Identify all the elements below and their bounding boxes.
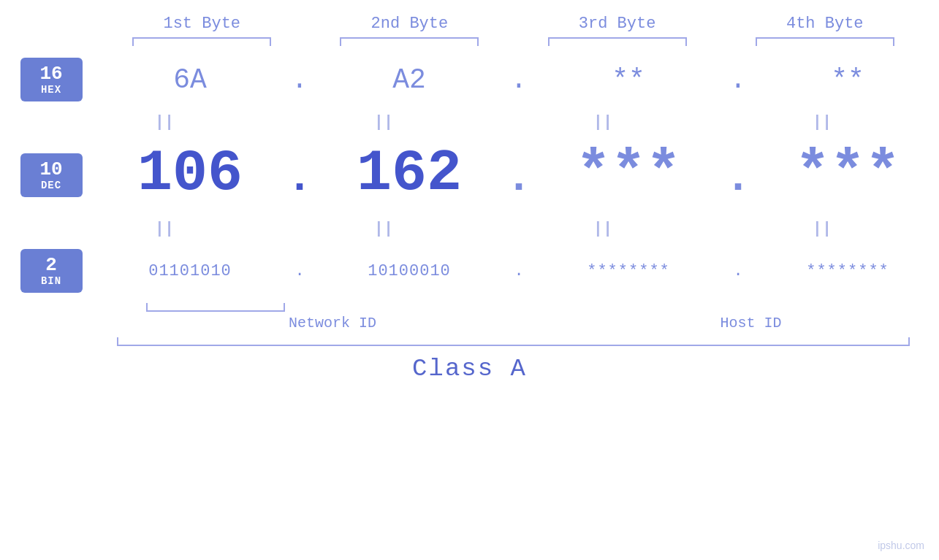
bottom-brackets <box>0 303 939 312</box>
hex-values: 6A . A2 . ** . ** <box>102 64 935 96</box>
eq-values-2: || || || || <box>77 220 910 238</box>
bin-values: 01101010 . 10100010 . ******** . *******… <box>102 262 935 280</box>
dec-dot-2: . <box>497 153 541 203</box>
bin-dot-1: . <box>278 262 322 280</box>
hex-dot-3: . <box>716 64 760 96</box>
byte-header-3: 3rd Byte <box>532 15 702 33</box>
eq-values-1: || || || || <box>77 113 910 131</box>
bin-dot-2: . <box>497 262 541 280</box>
hex-value-1: 6A <box>102 64 278 96</box>
byte-header-1: 1st Byte <box>117 15 287 33</box>
network-id-label: Network ID <box>117 315 548 331</box>
hex-value-2: A2 <box>322 64 497 96</box>
bin-value-1: 01101010 <box>102 262 278 280</box>
top-bracket-1 <box>117 37 287 46</box>
top-bracket-2 <box>324 37 495 46</box>
bin-base-number: 2 <box>29 255 74 276</box>
dec-value-1: 106 <box>102 145 278 203</box>
hex-dot-1: . <box>278 64 322 96</box>
byte-header-2: 2nd Byte <box>324 15 495 33</box>
id-labels: Network ID Host ID <box>0 315 939 331</box>
top-bracket-4 <box>740 37 911 46</box>
dec-badge: 10 DEC <box>20 153 83 198</box>
eq-cell-1: || <box>77 113 252 131</box>
watermark: ipshu.com <box>878 540 924 551</box>
top-bracket-line-4 <box>756 37 894 46</box>
outer-bracket <box>117 337 910 346</box>
dec-row: 10 DEC 106 . 162 . *** . *** <box>0 135 939 215</box>
hex-badge-wrapper: 16 HEX <box>0 58 102 102</box>
dec-values: 106 . 162 . *** . *** <box>102 145 935 206</box>
bin-value-4: ******** <box>760 262 935 280</box>
dec-value-4: *** <box>760 145 935 203</box>
eq-cell-2: || <box>296 113 471 131</box>
hex-value-4: ** <box>760 64 935 96</box>
class-label: Class A <box>412 355 527 383</box>
main-container: 1st Byte 2nd Byte 3rd Byte 4th Byte 16 H… <box>0 0 939 560</box>
hex-badge: 16 HEX <box>20 58 83 102</box>
host-bracket-area <box>599 303 910 312</box>
eq-cell-6: || <box>296 220 471 238</box>
dec-value-3: *** <box>541 145 716 203</box>
top-bracket-line-3 <box>548 37 687 46</box>
top-bracket-line-2 <box>340 37 479 46</box>
top-brackets <box>0 37 939 46</box>
bin-value-3: ******** <box>541 262 716 280</box>
hex-value-3: ** <box>541 64 716 96</box>
eq-cell-3: || <box>515 113 691 131</box>
top-bracket-3 <box>532 37 702 46</box>
eq-cell-5: || <box>77 220 252 238</box>
top-bracket-line-1 <box>132 37 271 46</box>
host-id-label: Host ID <box>592 315 910 331</box>
hex-dot-2: . <box>497 64 541 96</box>
bottom-bracket-line-1 <box>146 303 285 312</box>
equals-row-1: || || || || <box>0 109 939 135</box>
byte-headers: 1st Byte 2nd Byte 3rd Byte 4th Byte <box>0 15 939 33</box>
hex-base-number: 16 <box>29 64 74 85</box>
hex-base-label: HEX <box>29 84 74 96</box>
dec-value-2: 162 <box>322 145 497 203</box>
bin-badge: 2 BIN <box>20 249 83 294</box>
dec-badge-wrapper: 10 DEC <box>0 153 102 198</box>
outer-bracket-row <box>0 337 939 346</box>
hex-row: 16 HEX 6A . A2 . ** . ** <box>0 50 939 109</box>
bottom-bracket-2 <box>358 303 555 312</box>
eq-cell-8: || <box>734 220 910 238</box>
bin-base-label: BIN <box>29 275 74 287</box>
equals-row-2: || || || || <box>0 215 939 242</box>
dec-base-label: DEC <box>29 180 74 191</box>
byte-header-4: 4th Byte <box>740 15 911 33</box>
class-label-row: Class A <box>0 355 939 383</box>
eq-cell-7: || <box>515 220 691 238</box>
bin-dot-3: . <box>716 262 760 280</box>
bottom-bracket-1 <box>117 303 314 312</box>
bin-badge-wrapper: 2 BIN <box>0 249 102 294</box>
bin-value-2: 10100010 <box>322 262 497 280</box>
bin-row: 2 BIN 01101010 . 10100010 . ******** . <box>0 242 939 300</box>
dec-dot-1: . <box>278 153 322 203</box>
eq-cell-4: || <box>734 113 910 131</box>
dec-base-number: 10 <box>29 159 74 180</box>
dec-dot-3: . <box>716 153 760 203</box>
